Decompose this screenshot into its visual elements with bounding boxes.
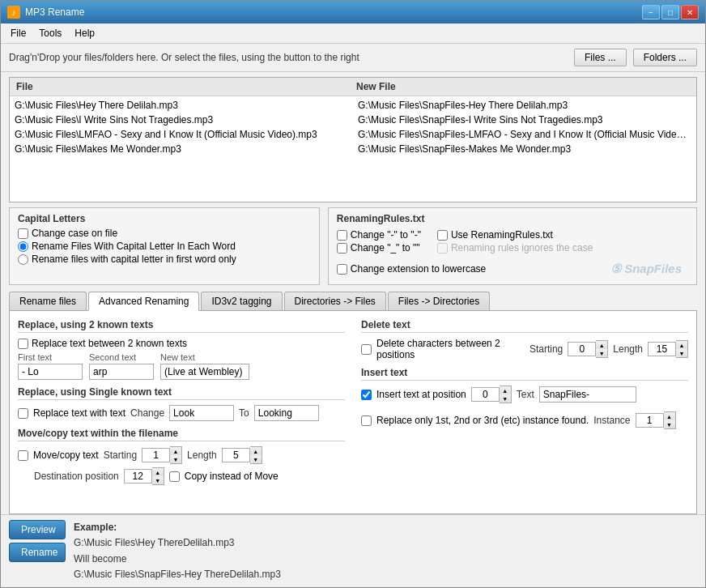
insert-row: Insert text at position ▲ ▼ Text	[361, 386, 688, 403]
right-options-group: RenamingRules.txt Change "-" to "-" Chan…	[328, 207, 697, 285]
menu-tools[interactable]: Tools	[32, 25, 68, 41]
dest-up-btn[interactable]: ▲	[152, 468, 164, 476]
delete-starting-up[interactable]: ▲	[596, 341, 607, 349]
instance-checkbox[interactable]	[361, 415, 372, 426]
rename-first-row: Rename files with capital letter in firs…	[18, 254, 311, 265]
move-label: Move/copy text	[33, 450, 99, 461]
second-text-group: Second text	[89, 352, 154, 380]
move-checkbox[interactable]	[18, 450, 28, 461]
insert-pos-down[interactable]: ▼	[500, 394, 511, 403]
dest-input[interactable]	[124, 469, 152, 484]
replace-fields: First text Second text New text	[18, 352, 345, 380]
table-row[interactable]: G:\Music Files\LMFAO - Sexy and I Know I…	[10, 127, 696, 142]
change-case-label: Change case on file	[32, 228, 117, 239]
dest-down-btn[interactable]: ▼	[152, 476, 164, 484]
renaming-ignores-checkbox[interactable]	[437, 243, 448, 254]
to-label: To	[239, 407, 249, 419]
change-case-checkbox[interactable]	[18, 228, 28, 239]
minimize-button[interactable]: −	[642, 5, 660, 19]
menubar: File Tools Help	[1, 23, 705, 44]
starting-up-btn[interactable]: ▲	[170, 447, 181, 455]
replace-2-label: Replace text between 2 known texts	[32, 338, 187, 349]
change-underscore-checkbox[interactable]	[337, 243, 347, 254]
length-label2: Length	[187, 450, 217, 461]
instance-row: Replace only 1st, 2nd or 3rd (etc) insta…	[361, 411, 688, 429]
length-up-btn[interactable]: ▲	[250, 447, 262, 455]
new-file-cell: G:\Music Files\SnapFiles-I Write Sins No…	[353, 113, 696, 126]
table-row[interactable]: G:\Music Files\Hey There Delilah.mp3 G:\…	[10, 98, 696, 113]
delete-length-up[interactable]: ▲	[676, 341, 687, 349]
table-row[interactable]: G:\Music Files\Makes Me Wonder.mp3 G:\Mu…	[10, 142, 696, 156]
delete-starting-input[interactable]	[568, 342, 596, 356]
second-text-input[interactable]	[89, 364, 154, 380]
preview-button[interactable]: Preview	[9, 520, 66, 539]
length-down-btn[interactable]: ▼	[250, 455, 262, 463]
delete-starting-down[interactable]: ▼	[596, 349, 607, 357]
file-list-body[interactable]: G:\Music Files\Hey There Delilah.mp3 G:\…	[10, 96, 696, 194]
move-section-title: Move/copy text within the filename	[18, 428, 345, 441]
first-text-input[interactable]	[18, 364, 83, 380]
starting-input[interactable]	[142, 448, 170, 462]
renaming-ignores-label: Renaming rules ignores the case	[451, 242, 593, 254]
tab-files-directories[interactable]: Files -> Directories	[388, 292, 490, 310]
example-line2: Will become	[74, 553, 126, 565]
tab-id3v2[interactable]: ID3v2 tagging	[201, 292, 282, 310]
insert-checkbox[interactable]	[361, 390, 372, 400]
delete-starting-label: Starting	[530, 343, 563, 355]
instance-up[interactable]: ▲	[664, 412, 675, 420]
starting-down-btn[interactable]: ▼	[170, 455, 181, 463]
folders-button[interactable]: Folders ...	[633, 49, 697, 66]
files-button[interactable]: Files ...	[574, 49, 627, 66]
use-renaming-label: Use RenamingRules.txt	[451, 229, 553, 241]
tab-directories-files[interactable]: Directories -> Files	[284, 292, 386, 310]
maximize-button[interactable]: □	[661, 5, 679, 19]
length-input[interactable]	[222, 448, 250, 462]
tab-advanced-renaming[interactable]: Advanced Renaming	[88, 292, 199, 311]
text-label: Text	[517, 389, 534, 400]
instance-input[interactable]	[636, 413, 664, 428]
change-extension-checkbox[interactable]	[337, 264, 347, 275]
snapfiles-logo: ⑤ SnapFiles	[604, 258, 688, 279]
change-input[interactable]	[169, 405, 234, 421]
insert-pos-up[interactable]: ▲	[500, 386, 511, 394]
insert-label: Insert text at position	[376, 389, 466, 400]
capital-letters-group: Capital Letters Change case on file Rena…	[9, 207, 320, 285]
tabs-row: Rename files Advanced Renaming ID3v2 tag…	[9, 292, 697, 311]
delete-length-btns: ▲ ▼	[676, 340, 688, 358]
delete-length-down[interactable]: ▼	[676, 349, 687, 357]
close-button[interactable]: ✕	[681, 5, 699, 19]
change-dash-checkbox[interactable]	[337, 230, 347, 241]
rename-each-radio[interactable]	[18, 241, 28, 252]
replace-2-checkbox[interactable]	[18, 339, 28, 349]
table-row[interactable]: G:\Music Files\I Write Sins Not Tragedie…	[10, 113, 696, 127]
insert-pos-input[interactable]	[471, 387, 500, 402]
tab-rename-files[interactable]: Rename files	[9, 292, 87, 310]
bottom-bar: Preview Rename Example: G:\Music Files\H…	[1, 514, 705, 587]
change-case-row: Change case on file	[18, 228, 311, 239]
rename-button[interactable]: Rename	[9, 543, 66, 562]
menu-file[interactable]: File	[4, 25, 32, 41]
delete-checkbox[interactable]	[361, 344, 372, 355]
insert-text-input[interactable]	[539, 386, 636, 403]
change-dash-label: Change "-" to "-"	[351, 229, 421, 241]
length-spinbox-btns: ▲ ▼	[250, 446, 262, 464]
change-dash-row: Change "-" to "-"	[337, 229, 421, 241]
starting-label2: Starting	[104, 450, 137, 461]
menu-help[interactable]: Help	[68, 25, 101, 41]
to-input[interactable]	[254, 405, 319, 421]
copy-label: Copy instead of Move	[185, 471, 279, 482]
replace-single-checkbox[interactable]	[18, 408, 28, 419]
instance-down[interactable]: ▼	[664, 420, 675, 428]
new-text-group: New text	[160, 352, 249, 380]
rename-first-radio[interactable]	[18, 254, 28, 265]
rename-first-label: Rename files with capital letter in firs…	[32, 254, 236, 265]
use-renaming-checkbox[interactable]	[437, 230, 448, 241]
delete-starting-btns: ▲ ▼	[596, 340, 608, 358]
copy-checkbox[interactable]	[169, 471, 180, 482]
new-file-cell: G:\Music Files\SnapFiles-Makes Me Wonder…	[353, 143, 696, 156]
starting-spinbox: ▲ ▼	[142, 446, 182, 464]
delete-length-input[interactable]	[648, 342, 676, 356]
change-extension-row: Change extension to lowercase	[337, 263, 486, 275]
new-text-label: New text	[160, 352, 249, 362]
new-text-input[interactable]	[160, 364, 249, 380]
